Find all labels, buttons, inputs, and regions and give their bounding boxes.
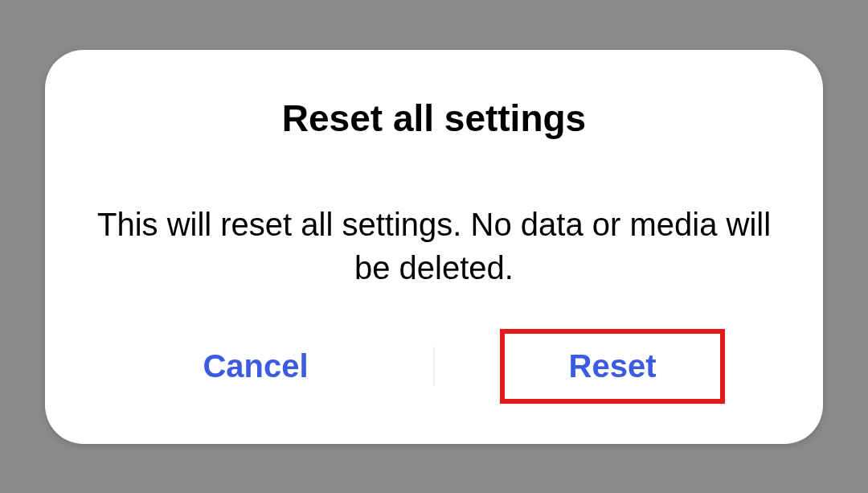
dialog-message: This will reset all settings. No data or…	[77, 203, 791, 313]
button-divider	[433, 347, 435, 385]
reset-button[interactable]: Reset	[505, 334, 720, 399]
reset-button-wrapper: Reset	[434, 329, 791, 404]
dialog-title: Reset all settings	[77, 97, 791, 140]
reset-settings-dialog: Reset all settings This will reset all s…	[45, 50, 823, 444]
cancel-button[interactable]: Cancel	[77, 334, 434, 399]
dialog-button-row: Cancel Reset	[77, 329, 791, 404]
reset-highlight-box: Reset	[500, 329, 725, 404]
